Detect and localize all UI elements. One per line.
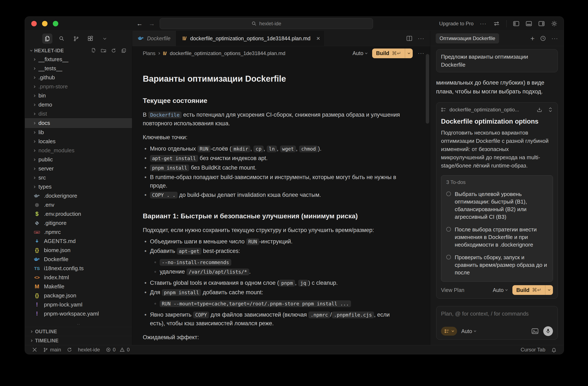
plan-build-button[interactable]: Build ⌘↵ <box>512 285 553 295</box>
editor-scrollbar[interactable] <box>426 54 429 124</box>
swap-arrows-icon[interactable] <box>493 21 500 26</box>
breadcrumb-more-icon[interactable]: ··· <box>418 50 424 57</box>
auto-mode-dropdown[interactable]: Auto <box>353 50 367 56</box>
tree-folder[interactable]: .github <box>25 73 132 82</box>
tree-folder[interactable]: lib <box>25 128 132 137</box>
todo-radio-icon[interactable] <box>446 255 451 259</box>
tree-file[interactable]: $.env.production <box>25 210 132 218</box>
tree-folder[interactable]: server <box>25 164 132 173</box>
todo-item[interactable]: Проверить сборку, запуск и сравнить врем… <box>446 253 548 276</box>
new-file-icon[interactable] <box>91 48 96 53</box>
model-auto-dropdown[interactable]: Auto <box>461 328 476 334</box>
breadcrumb-folder[interactable]: Plans <box>143 50 155 56</box>
extensions-icon[interactable] <box>85 34 95 44</box>
tree-file[interactable]: npm.npmrc <box>25 228 132 237</box>
plan-file-name[interactable]: dockerfile_optimization_optio... <box>449 107 533 113</box>
tree-folder[interactable]: bin <box>25 91 132 100</box>
todo-item[interactable]: После выбора стратегии внести изменения … <box>446 226 548 249</box>
build-options-chevron-icon[interactable] <box>545 285 553 295</box>
close-tab-icon[interactable]: × <box>316 35 320 42</box>
outline-section[interactable]: OUTLINE <box>25 327 132 336</box>
todo-item[interactable]: Выбрать целевой уровень оптимизации: быс… <box>446 190 548 221</box>
build-button[interactable]: Build ⌘↵ <box>372 49 413 58</box>
todo-radio-icon[interactable] <box>446 192 451 196</box>
tree-folder[interactable]: types <box>25 182 132 191</box>
bell-icon[interactable] <box>551 347 557 352</box>
tree-file[interactable]: <>index.html <box>25 273 132 282</box>
tree-file[interactable]: !pnpm-workspace.yaml <box>25 309 132 318</box>
chat-input-field[interactable] <box>441 310 553 317</box>
split-editor-icon[interactable] <box>406 36 412 41</box>
problems-status[interactable]: 0 0 <box>106 347 130 353</box>
tree-folder[interactable]: __tests__ <box>25 64 132 73</box>
tree-file[interactable]: AGENTS.md <box>25 237 132 246</box>
command-search-input[interactable]: hexlet-ide <box>160 18 373 29</box>
zoom-window-button[interactable] <box>53 21 58 26</box>
plan-card: dockerfile_optimization_optio... Dockerf… <box>436 102 558 299</box>
titlebar-more-icon[interactable]: ··· <box>480 20 487 27</box>
new-chat-icon[interactable]: + <box>530 36 535 40</box>
tab-dockerfile[interactable]: Dockerfile <box>132 31 176 46</box>
tree-folder[interactable]: node_modules <box>25 146 132 155</box>
timeline-section[interactable]: TIMELINE <box>25 336 132 345</box>
git-branch-status[interactable]: main <box>43 347 61 353</box>
todo-radio-icon[interactable] <box>446 227 451 232</box>
breadcrumb-file[interactable]: dockerfile_optimization_options_1de31844… <box>170 50 285 56</box>
plan-mode-pill[interactable] <box>441 327 457 336</box>
markdown-preview[interactable]: Варианты оптимизации DockerfileТекущее с… <box>132 60 430 345</box>
chat-more-icon[interactable]: ··· <box>551 35 558 42</box>
tree-file[interactable]: MMakefile <box>25 282 132 291</box>
remote-indicator-icon[interactable] <box>32 347 37 352</box>
tree-file[interactable]: Dockerfile <box>25 255 132 264</box>
workspace-name[interactable]: hexlet-ide <box>78 347 100 353</box>
tree-folder[interactable]: locales <box>25 137 132 146</box>
back-arrow-icon[interactable]: ← <box>136 20 143 27</box>
microphone-icon[interactable] <box>543 326 553 336</box>
tree-folder[interactable]: __fixtures__ <box>25 55 132 64</box>
expand-collapse-icon[interactable] <box>548 107 553 113</box>
view-plan-button[interactable]: View Plan <box>441 287 464 293</box>
attach-image-icon[interactable] <box>531 328 539 334</box>
more-views-chevron-icon[interactable] <box>100 34 110 44</box>
source-control-icon[interactable] <box>71 34 81 44</box>
cursor-tab-status[interactable]: Cursor Tab <box>521 347 545 353</box>
tree-file[interactable]: .dockerignore <box>25 191 132 200</box>
forward-arrow-icon[interactable]: → <box>149 20 155 27</box>
toggle-right-panel-icon[interactable] <box>538 21 545 26</box>
tree-folder[interactable]: demo <box>25 100 132 109</box>
tree-file[interactable]: .gitignore <box>25 218 132 228</box>
toggle-bottom-panel-icon[interactable] <box>526 21 532 26</box>
minimize-window-button[interactable] <box>42 21 47 26</box>
collapse-folders-icon[interactable] <box>121 48 126 53</box>
chat-messages[interactable]: Предложи варианты оптимизации Dockerfile… <box>430 46 564 306</box>
plan-auto-dropdown[interactable]: Auto <box>493 287 507 293</box>
settings-gear-icon[interactable] <box>551 20 557 27</box>
tree-folder[interactable]: docs <box>25 118 132 128</box>
tree-file[interactable]: TSi18next.config.ts <box>25 264 132 273</box>
history-clock-icon[interactable] <box>540 36 546 41</box>
tree-folder[interactable]: .pnpm-store <box>25 82 132 91</box>
close-window-button[interactable] <box>31 21 37 26</box>
chevron-right-icon <box>33 176 35 179</box>
new-folder-icon[interactable] <box>101 48 106 53</box>
export-plan-icon[interactable] <box>536 107 542 113</box>
editor-more-icon[interactable]: ··· <box>418 35 424 42</box>
explorer-files-icon[interactable] <box>42 34 52 44</box>
chat-input-box[interactable]: Auto <box>436 306 558 340</box>
chat-tab[interactable]: Оптимизация Dockerfile <box>436 33 499 43</box>
tree-file[interactable]: {}biome.json <box>25 246 132 255</box>
build-options-chevron-icon[interactable] <box>405 49 413 58</box>
refresh-icon[interactable] <box>111 48 116 53</box>
toggle-left-panel-icon[interactable] <box>513 21 519 26</box>
search-sidebar-icon[interactable] <box>57 34 67 44</box>
tree-folder[interactable]: src <box>25 173 132 182</box>
tree-folder[interactable]: public <box>25 155 132 164</box>
tree-file[interactable]: .env <box>25 200 132 210</box>
tab-plan-md[interactable]: dockerfile_optimization_options_1de31844… <box>176 31 324 46</box>
sync-icon[interactable] <box>67 347 72 352</box>
tree-folder[interactable]: dist <box>25 109 132 118</box>
upgrade-to-pro-button[interactable]: Upgrade to Pro <box>439 21 474 27</box>
tree-file[interactable]: {}package.json <box>25 291 132 300</box>
tree-file[interactable]: !pnpm-lock.yaml <box>25 300 132 309</box>
project-header[interactable]: HEXLET-IDE <box>25 46 132 55</box>
